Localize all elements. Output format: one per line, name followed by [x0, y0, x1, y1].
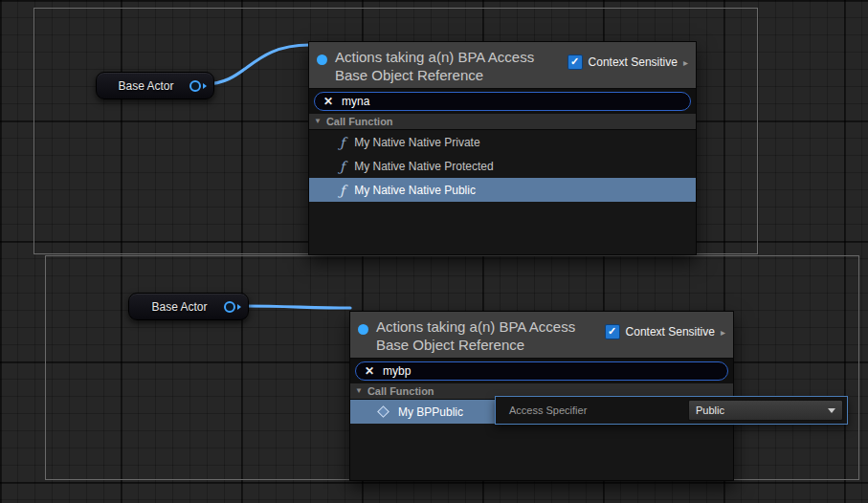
node-base-actor-bottom[interactable]: Base Actor: [128, 293, 249, 320]
access-specifier-label: Access Specifier: [496, 405, 688, 416]
menu-header: Actions taking a(n) BPA Access Base Obje…: [309, 42, 696, 89]
function-icon: ƒ: [340, 135, 345, 150]
object-output-pin-icon[interactable]: [224, 301, 235, 313]
category-label: Call Function: [367, 383, 434, 399]
access-specifier-popup: Access Specifier Public: [495, 396, 848, 425]
menu-header: Actions taking a(n) BPA Access Base Obje…: [350, 312, 733, 359]
object-reference-pin-icon: [317, 55, 327, 65]
chevron-down-icon: [828, 408, 835, 413]
node-label: Base Actor: [97, 79, 186, 93]
search-input[interactable]: [342, 95, 681, 108]
object-output-pin-icon[interactable]: [189, 80, 201, 92]
node-base-actor-top[interactable]: Base Actor: [96, 72, 214, 99]
clear-search-icon[interactable]: ✕: [365, 364, 374, 378]
search-input[interactable]: [383, 364, 719, 378]
context-sensitive-label: Context Sensitive: [589, 55, 678, 69]
context-sensitive-toggle[interactable]: ✓ Context Sensitive ▸: [605, 324, 725, 339]
collapse-arrow-icon: ▼: [314, 114, 322, 129]
object-reference-pin-icon: [358, 324, 368, 335]
menu-item-my-native-native-public[interactable]: ƒ My Native Native Public: [309, 178, 696, 202]
menu-title: Actions taking a(n) BPA Access Base Obje…: [376, 317, 604, 354]
context-sensitive-toggle[interactable]: ✓ Context Sensitive ▸: [568, 55, 688, 70]
search-box[interactable]: ✕: [314, 92, 691, 111]
menu-title: Actions taking a(n) BPA Access Base Obje…: [335, 48, 563, 84]
category-call-function[interactable]: ▼ Call Function: [309, 114, 696, 130]
menu-item-label: My BPPublic: [398, 405, 463, 419]
menu-item-my-native-native-private[interactable]: ƒ My Native Native Private: [309, 130, 696, 154]
category-label: Call Function: [326, 114, 393, 129]
function-icon: ƒ: [340, 183, 345, 198]
menu-item-label: My Native Native Protected: [354, 160, 493, 173]
submenu-arrow-icon: ▸: [683, 57, 688, 68]
submenu-arrow-icon: ▸: [721, 327, 725, 338]
menu-item-label: My Native Native Public: [354, 184, 476, 197]
menu-item-my-native-native-protected[interactable]: ƒ My Native Native Protected: [309, 154, 696, 178]
pin-wedge-icon: [203, 83, 207, 89]
check-icon: ✓: [570, 55, 579, 67]
node-label: Base Actor: [129, 300, 220, 314]
search-box[interactable]: ✕: [355, 361, 728, 381]
collapse-arrow-icon: ▼: [355, 383, 363, 399]
function-icon: ƒ: [340, 159, 345, 174]
checkbox-checked-icon[interactable]: ✓: [605, 324, 620, 339]
menu-item-label: My Native Native Private: [354, 136, 479, 149]
menu-item-list: ƒ My Native Native Private ƒ My Native N…: [309, 130, 696, 254]
search-row: ✕: [309, 89, 696, 114]
checkbox-checked-icon[interactable]: ✓: [568, 55, 583, 70]
pin-wedge-icon: [237, 304, 241, 310]
search-row: ✕: [350, 359, 733, 383]
blueprint-function-icon: [377, 405, 389, 418]
clear-search-icon[interactable]: ✕: [323, 95, 333, 108]
access-specifier-dropdown[interactable]: Public: [688, 400, 843, 421]
check-icon: ✓: [608, 325, 616, 337]
context-menu-top: Actions taking a(n) BPA Access Base Obje…: [308, 41, 697, 255]
dropdown-value: Public: [696, 405, 724, 416]
context-sensitive-label: Context Sensitive: [626, 325, 715, 339]
